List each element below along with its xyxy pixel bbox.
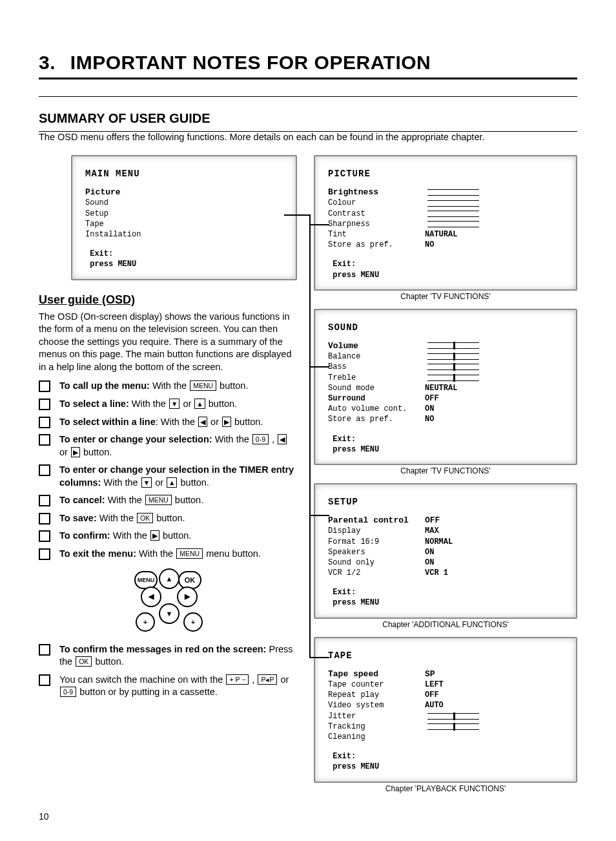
osd-sound: SOUND Volume Balance Bass Treble Sound m… — [314, 309, 577, 465]
caption: Chapter 'PLAYBACK FUNCTIONS' — [314, 784, 577, 793]
slider-icon — [427, 221, 479, 227]
down-key: ▼ — [141, 477, 152, 488]
remote-illustration: MENU OK ▲ ▼ ◀ ▶ + + — [129, 566, 207, 637]
slider-icon — [427, 342, 479, 349]
osd-title: MAIN MENU — [85, 168, 283, 180]
checkbox-icon — [39, 399, 50, 410]
caption: Chapter 'TV FUNCTIONS' — [314, 466, 577, 475]
checkbox-icon — [39, 464, 50, 476]
page-number: 10 — [39, 811, 49, 822]
up-key: ▲ — [194, 399, 205, 409]
slider-icon — [427, 364, 479, 370]
osd-highlight: Tape speed — [328, 669, 425, 680]
list-item: To save: With the OK button. — [39, 512, 297, 525]
right-icon: ▶ — [177, 587, 198, 607]
list-item: To enter or change your selection in the… — [39, 464, 297, 489]
prog-key: + P − — [226, 674, 249, 685]
osd-tape: TAPE Tape speedSP Tape counterLEFT Repea… — [314, 637, 577, 783]
remote-menu-button: MENU — [134, 571, 158, 589]
list-item: To cancel: With the MENU button. — [39, 494, 297, 507]
slider-icon — [427, 189, 479, 196]
osd-highlight: Parental control — [328, 515, 425, 526]
osd-highlight: Picture — [85, 187, 283, 198]
list-item: To call up the menu: With the MENU butto… — [39, 380, 297, 393]
slider-icon — [427, 713, 479, 720]
intro-text: The OSD menu offers the following functi… — [39, 132, 577, 142]
up-key: ▲ — [167, 477, 177, 488]
left-icon: ◀ — [141, 587, 161, 607]
osd-title: SOUND — [328, 322, 563, 334]
paragraph: The OSD (On-screen display) shows the va… — [39, 311, 297, 374]
caption: Chapter 'ADDITIONAL FUNCTIONS' — [314, 620, 577, 629]
chapter-number: 3. — [39, 52, 65, 74]
up-icon: ▲ — [159, 568, 180, 589]
osd-exit: Exit: press MENU — [328, 434, 563, 455]
chapter-name: IMPORTANT NOTES FOR OPERATION — [70, 52, 431, 73]
plus-icon: + — [183, 612, 203, 632]
osd-picture: PICTURE Brightness Colour Contrast Sharp… — [314, 155, 577, 291]
osd-setup: SETUP Parental controlOFF DisplayMAX For… — [314, 483, 577, 619]
plus-icon: + — [136, 612, 155, 632]
down-key: ▼ — [169, 399, 180, 409]
subsection-title: User guide (OSD) — [39, 293, 297, 307]
right-key: ▶ — [71, 447, 80, 457]
down-icon: ▼ — [159, 603, 180, 624]
divider — [39, 96, 577, 97]
checkbox-icon — [39, 380, 50, 392]
list-item: To select within a line: With the ◀ or ▶… — [39, 416, 297, 429]
slider-icon — [427, 723, 479, 730]
slider-icon — [427, 353, 479, 360]
osd-exit: Exit: press MENU — [328, 259, 563, 280]
section-title: SUMMARY OF USER GUIDE — [39, 111, 577, 126]
caption: Chapter 'TV FUNCTIONS' — [314, 292, 577, 301]
checkbox-icon — [39, 434, 50, 446]
checkbox-icon — [39, 417, 50, 428]
digits-key: 0-9 — [60, 687, 76, 697]
osd-title: SETUP — [328, 496, 563, 508]
osd-title: PICTURE — [328, 168, 563, 180]
osd-item: Sound — [85, 198, 283, 208]
slider-icon — [427, 211, 479, 217]
list-item: To enter or change your selection: With … — [39, 433, 297, 459]
pp-key: P◂P — [258, 674, 277, 685]
checkbox-icon — [39, 513, 50, 524]
osd-item: Tape — [85, 219, 283, 229]
slider-icon — [427, 200, 479, 207]
list-item: To confirm: With the ▶ button. — [39, 530, 297, 543]
checkbox-icon — [39, 548, 50, 560]
osd-exit: Exit: press MENU — [85, 249, 283, 269]
left-key: ◀ — [278, 434, 287, 444]
checkbox-icon — [39, 530, 50, 542]
osd-title: TAPE — [328, 650, 563, 662]
right-key: ▶ — [222, 417, 231, 427]
ok-key: OK — [76, 656, 92, 667]
checkbox-icon — [39, 674, 50, 686]
slider-icon — [427, 375, 479, 381]
osd-exit: Exit: press MENU — [328, 751, 563, 772]
osd-highlight: Volume — [328, 340, 425, 352]
checkbox-icon — [39, 495, 50, 506]
remote-ok-button: OK — [178, 571, 201, 589]
left-key: ◀ — [198, 417, 207, 427]
list-item: To select a line: With the ▼ or ▲ button… — [39, 398, 297, 411]
chapter-title: 3. IMPORTANT NOTES FOR OPERATION — [39, 52, 577, 74]
checkbox-icon — [39, 644, 50, 656]
ok-key: OK — [137, 513, 153, 523]
osd-main-menu: MAIN MENU Picture Sound Setup Tape Insta… — [71, 155, 297, 280]
menu-key: MENU — [176, 548, 203, 559]
digits-key: 0-9 — [252, 434, 269, 444]
list-item: To exit the menu: With the MENU menu but… — [39, 548, 297, 561]
osd-item: Setup — [85, 209, 283, 219]
osd-exit: Exit: press MENU — [328, 587, 563, 608]
right-key: ▶ — [150, 530, 159, 541]
osd-item: Installation — [85, 229, 283, 240]
menu-key: MENU — [190, 380, 216, 391]
list-item: You can switch the machine on with the +… — [39, 674, 297, 699]
osd-highlight: Brightness — [328, 187, 425, 198]
list-item: To confirm the messages in red on the sc… — [39, 643, 297, 669]
menu-key: MENU — [145, 495, 172, 505]
